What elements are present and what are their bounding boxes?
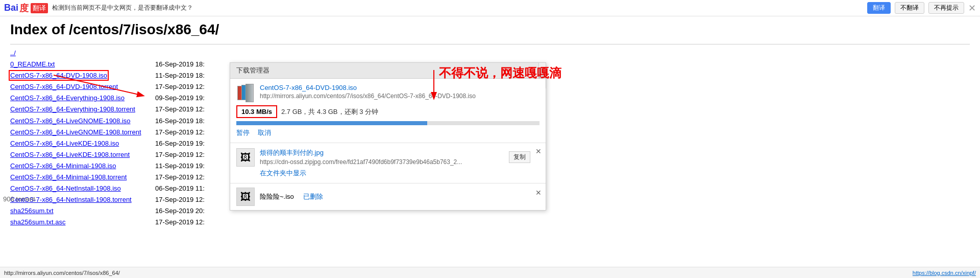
show-in-folder-link[interactable]: 在文件夹中显示	[260, 169, 540, 178]
download-item-2-url: https://cdn-ossd.zipjpg.com/free/fd21af7…	[260, 158, 462, 166]
baidu-logo-du: 度	[19, 2, 29, 14]
file-link-livegnome-iso[interactable]: CentOS-7-x86_64-LiveGNOME-1908.iso	[10, 115, 153, 127]
download-item-2-name[interactable]: 烦得的顺丰到付的.jpg	[260, 148, 462, 157]
status-url: http://mirrors.aliyun.com/centos/7/isos/…	[4, 270, 120, 276]
main-content: Index of /centos/7/isos/x86_64/ ../ 0_RE…	[0, 16, 980, 234]
download-item-2-info: 烦得的顺丰到付的.jpg https://cdn-ossd.zipjpg.com…	[260, 148, 462, 166]
file-link-dvd-iso[interactable]: CentOS-7-x86_64-DVD-1908.iso	[10, 70, 153, 81]
file-date: 17-Sep-2019 12:	[155, 149, 205, 160]
baidu-detect-message: 检测到当前网页不是中文网页，是否要翻译成中文？	[52, 4, 863, 12]
file-date: 11-Sep-2019 19:	[155, 160, 205, 172]
file-date: 11-Sep-2019 18:	[155, 70, 205, 81]
file-link-parent[interactable]: ../	[10, 48, 153, 59]
file-date: 17-Sep-2019 12:	[155, 127, 205, 138]
file-date: 09-Sep-2019 19:	[155, 92, 205, 104]
file-date: 17-Sep-2019 12:	[155, 104, 205, 115]
file-link-minimal-iso[interactable]: CentOS-7-x86_64-Minimal-1908.iso	[10, 160, 153, 172]
file-link-livegnome-torrent[interactable]: CentOS-7-x86_64-LiveGNOME-1908.torrent	[10, 127, 153, 138]
download-item-2-header: 烦得的顺丰到付的.jpg https://cdn-ossd.zipjpg.com…	[236, 148, 540, 167]
file-date: 17-Sep-2019 12:	[155, 194, 205, 205]
download-speed: 10.3 MB/s	[236, 105, 277, 118]
file-date: 16-Sep-2019 19:	[155, 138, 205, 149]
download-progress-text: 2.7 GB，共 4.3 GB，还剩 3 分钟	[281, 107, 378, 117]
download-actions: 暂停 取消	[236, 128, 540, 137]
file-date: 17-Sep-2019 12:	[155, 81, 205, 92]
file-date: 17-Sep-2019 12:	[155, 217, 205, 228]
download-item-1-info: CentOS-7-x86_64-DVD-1908.iso http://mirr…	[260, 84, 540, 100]
download-item-3: 险险险~.iso 已删除 ✕	[230, 183, 546, 210]
item-3-icon	[236, 188, 255, 206]
close-item-2-button[interactable]: ✕	[535, 147, 542, 155]
annotation-text: 不得不说，网速嘎嘎滴	[439, 65, 561, 81]
file-link-sha256[interactable]: sha256sum.txt	[10, 205, 153, 217]
torrent-count-text: 908 torrent	[3, 195, 35, 203]
status-bar: http://mirrors.aliyun.com/centos/7/isos/…	[0, 267, 980, 278]
file-date: 17-Sep-2019 12:	[155, 172, 205, 183]
no-remind-button[interactable]: 不再提示	[928, 2, 964, 14]
download-panel-title: 下载管理器	[236, 66, 270, 75]
file-row: ../	[10, 48, 970, 59]
baidu-logo: Bai 度 翻译	[4, 2, 48, 14]
file-link-everything-iso[interactable]: CentOS-7-x86_64-Everything-1908.iso	[10, 92, 153, 104]
close-item-3-button[interactable]: ✕	[535, 189, 542, 197]
copy-url-button[interactable]: 复制	[509, 151, 530, 163]
no-translate-button[interactable]: 不翻译	[895, 2, 924, 14]
file-date: 16-Sep-2019 20:	[155, 205, 205, 217]
file-row: sha256sum.txt.asc 17-Sep-2019 12:	[10, 217, 970, 228]
blog-link[interactable]: https://blog.csdn.cn/xinpf/	[913, 270, 976, 276]
cancel-button[interactable]: 取消	[258, 128, 271, 137]
download-manager-panel: 下载管理器 CentOS-7-x86_64-DVD-1908.iso http:…	[230, 62, 546, 211]
baidu-translate-label: 翻译	[31, 3, 48, 13]
book-tape	[246, 84, 254, 102]
file-date: 16-Sep-2019 18:	[155, 115, 205, 127]
image-file-icon	[236, 148, 255, 167]
download-item-1-url: http://mirrors.aliyun.com/centos/7/isos/…	[260, 92, 540, 100]
baidu-logo-text: Bai	[4, 3, 18, 13]
download-item-3-name: 险险险~.iso	[260, 192, 294, 201]
download-item-1-header: CentOS-7-x86_64-DVD-1908.iso http://mirr…	[236, 84, 540, 102]
baidu-translate-bar: Bai 度 翻译 检测到当前网页不是中文网页，是否要翻译成中文？ 翻译 不翻译 …	[0, 0, 980, 16]
download-item-2: 烦得的顺丰到付的.jpg https://cdn-ossd.zipjpg.com…	[230, 143, 546, 183]
file-link-dvd-torrent[interactable]: CentOS-7-x86_64-DVD-1908.torrent	[10, 81, 153, 92]
file-date: 16-Sep-2019 18:	[155, 59, 205, 70]
file-link-minimal-torrent[interactable]: CentOS-7-x86_64-Minimal-1908.torrent	[10, 172, 153, 183]
pause-button[interactable]: 暂停	[236, 128, 250, 137]
file-link-sha256-asc[interactable]: sha256sum.txt.asc	[10, 217, 153, 228]
winrar-icon	[236, 84, 255, 102]
translate-button[interactable]: 翻译	[867, 2, 891, 14]
file-date: 06-Sep-2019 11:	[155, 183, 205, 194]
download-item-1: CentOS-7-x86_64-DVD-1908.iso http://mirr…	[230, 79, 546, 143]
page-title: Index of /centos/7/isos/x86_64/	[10, 21, 970, 38]
file-link-everything-torrent[interactable]: CentOS-7-x86_64-Everything-1908.torrent	[10, 104, 153, 115]
download-item-1-name[interactable]: CentOS-7-x86_64-DVD-1908.iso	[260, 84, 540, 91]
download-progress-area: 10.3 MB/s 2.7 GB，共 4.3 GB，还剩 3 分钟	[236, 105, 540, 118]
file-link-livekde-iso[interactable]: CentOS-7-x86_64-LiveKDE-1908.iso	[10, 138, 153, 149]
baidu-close-button[interactable]: ✕	[968, 3, 976, 14]
file-link-readme[interactable]: 0_README.txt	[10, 59, 153, 70]
progress-bar-container	[236, 121, 540, 125]
progress-bar	[236, 121, 427, 125]
file-link-livekde-torrent[interactable]: CentOS-7-x86_64-LiveKDE-1908.torrent	[10, 149, 153, 160]
delete-label[interactable]: 已删除	[303, 192, 323, 201]
file-link-netinstall-iso[interactable]: CentOS-7-x86_64-NetInstall-1908.iso	[10, 183, 153, 194]
